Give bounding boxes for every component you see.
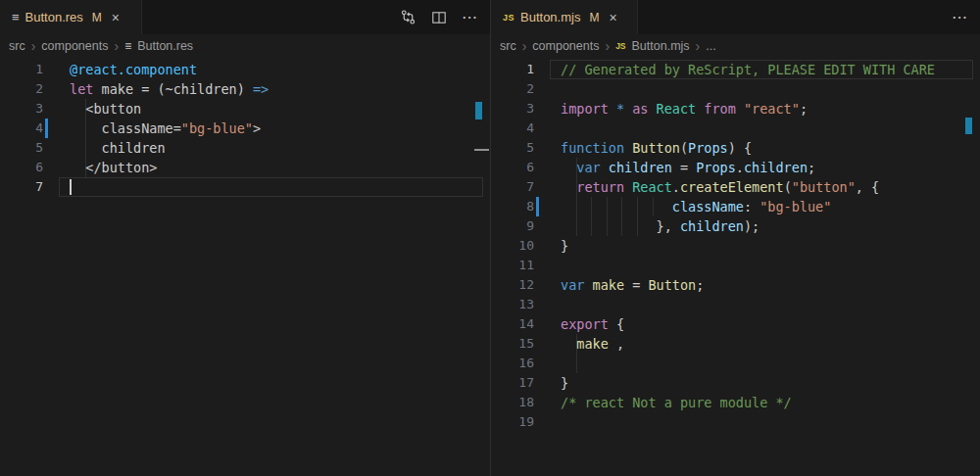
- vscode-editor-group: ≡ Button.res M × ⋯: [0, 0, 980, 476]
- line-number[interactable]: 18: [491, 393, 534, 412]
- line-number[interactable]: 7: [0, 177, 43, 197]
- line-number[interactable]: 3: [491, 99, 534, 119]
- line-number[interactable]: 11: [491, 256, 534, 275]
- line-number[interactable]: 15: [491, 334, 534, 354]
- overview-ruler-cursor-marker: [474, 149, 489, 151]
- indent-guide: [576, 334, 577, 373]
- code-line: 16: [491, 354, 980, 373]
- line-number[interactable]: 13: [491, 295, 534, 314]
- line-number[interactable]: 1: [491, 60, 534, 79]
- more-actions-icon[interactable]: ⋯: [462, 8, 478, 26]
- breadcrumb-item-components[interactable]: components: [532, 39, 599, 53]
- breadcrumb-left: src › components › ≡ Button.res: [0, 34, 490, 57]
- line-number[interactable]: 10: [491, 236, 534, 256]
- overview-ruler-modified-marker: [475, 102, 482, 119]
- indent-guide: [576, 158, 577, 236]
- code-line: 8 className: "bg-blue": [491, 197, 980, 216]
- line-number[interactable]: 4: [491, 119, 534, 138]
- gutter-modified-marker: [45, 119, 48, 138]
- indent-guide: [591, 197, 592, 236]
- git-modified-badge: M: [92, 11, 102, 24]
- chevron-right-icon: ›: [605, 40, 610, 52]
- line-number[interactable]: 2: [491, 79, 534, 99]
- breadcrumb-item-more[interactable]: ...: [706, 39, 715, 53]
- line-number[interactable]: 4: [0, 119, 43, 138]
- code-line: 12var make = Button;: [491, 275, 980, 295]
- indent-guide: [637, 197, 638, 236]
- line-number[interactable]: 3: [0, 99, 43, 119]
- line-number[interactable]: 2: [0, 79, 43, 99]
- editor-actions-right: ⋯: [952, 0, 968, 34]
- gutter-modified-marker: [536, 197, 539, 216]
- line-number[interactable]: 7: [491, 177, 534, 197]
- tab-title: Button.res: [25, 10, 83, 24]
- line-number[interactable]: 1: [0, 60, 43, 79]
- code-line: 6 </button>: [0, 158, 490, 177]
- close-icon[interactable]: ×: [609, 11, 616, 24]
- code-line: 7 return React.createElement("button", {: [491, 177, 980, 197]
- code-line: 6 var children = Props.children;: [491, 158, 980, 177]
- open-changes-icon[interactable]: [400, 9, 416, 25]
- chevron-right-icon: ›: [522, 40, 527, 52]
- line-number[interactable]: 5: [0, 138, 43, 158]
- code-line: 9 }, children);: [491, 216, 980, 236]
- close-icon[interactable]: ×: [112, 11, 120, 24]
- editor-content-button-res[interactable]: 1@react.component2let make = (~children)…: [0, 57, 490, 476]
- code-line: 3import * as React from "react";: [491, 99, 980, 119]
- line-number[interactable]: 5: [491, 138, 534, 158]
- indent-guide: [607, 197, 608, 236]
- line-number[interactable]: 17: [491, 373, 534, 393]
- breadcrumb-right: src › components › JS Button.mjs › ...: [491, 34, 980, 57]
- breadcrumb-item-file[interactable]: Button.mjs: [632, 39, 690, 53]
- more-actions-icon[interactable]: ⋯: [952, 8, 968, 26]
- editor-pane-button-res: ≡ Button.res M × ⋯: [0, 0, 490, 476]
- code-line: 4 className="bg-blue">: [0, 119, 490, 138]
- text-cursor: [70, 179, 72, 195]
- editor-pane-button-mjs: JS Button.mjs M × ⋯ src › components › J…: [490, 0, 980, 476]
- editor-content-button-mjs[interactable]: 1// Generated by ReScript, PLEASE EDIT W…: [491, 57, 980, 476]
- line-number[interactable]: 8: [491, 197, 534, 216]
- tab-bar-right: JS Button.mjs M × ⋯: [491, 0, 980, 34]
- javascript-file-icon: JS: [615, 41, 625, 51]
- line-number[interactable]: 6: [491, 158, 534, 177]
- tab-bar-left: ≡ Button.res M × ⋯: [0, 0, 490, 34]
- git-modified-badge: M: [589, 11, 599, 24]
- current-line-highlight: [59, 177, 483, 197]
- chevron-right-icon: ›: [31, 40, 36, 52]
- indent-guide: [85, 99, 86, 177]
- code-line: 13: [491, 295, 980, 314]
- editor-actions-left: ⋯: [400, 0, 478, 34]
- code-line: 3 <button: [0, 99, 490, 119]
- code-line: 14export {: [491, 314, 980, 334]
- line-number[interactable]: 14: [491, 314, 534, 334]
- tab-button-mjs[interactable]: JS Button.mjs M ×: [491, 0, 638, 34]
- split-editor-icon[interactable]: [431, 10, 447, 25]
- breadcrumb-item-file[interactable]: Button.res: [137, 39, 193, 53]
- javascript-file-icon: JS: [503, 13, 514, 23]
- breadcrumb-item-src[interactable]: src: [500, 39, 516, 53]
- rescript-file-icon: ≡: [124, 39, 131, 53]
- breadcrumb-item-src[interactable]: src: [9, 39, 25, 53]
- code-line: 17}: [491, 373, 980, 393]
- line-number[interactable]: 12: [491, 275, 534, 295]
- code-line: 4: [491, 119, 980, 138]
- line-number[interactable]: 19: [491, 412, 534, 432]
- indent-guide: [653, 197, 654, 216]
- breadcrumb-item-components[interactable]: components: [41, 39, 108, 53]
- code-line: 11: [491, 256, 980, 275]
- code-line: 18/* react Not a pure module */: [491, 393, 980, 412]
- code-line: 2: [491, 79, 980, 99]
- code-line: 7: [0, 177, 490, 197]
- code-line: 19: [491, 412, 980, 432]
- code-line: 2let make = (~children) =>: [0, 79, 490, 99]
- rescript-file-icon: ≡: [12, 11, 20, 24]
- code-line: 1// Generated by ReScript, PLEASE EDIT W…: [491, 60, 980, 79]
- indent-guide: [621, 197, 622, 236]
- line-number[interactable]: 16: [491, 354, 534, 373]
- line-number[interactable]: 9: [491, 216, 534, 236]
- chevron-right-icon: ›: [114, 40, 119, 52]
- line-number[interactable]: 6: [0, 158, 43, 177]
- code-line: 15 make ,: [491, 334, 980, 354]
- code-line: 5 children: [0, 138, 490, 158]
- tab-button-res[interactable]: ≡ Button.res M ×: [0, 0, 142, 34]
